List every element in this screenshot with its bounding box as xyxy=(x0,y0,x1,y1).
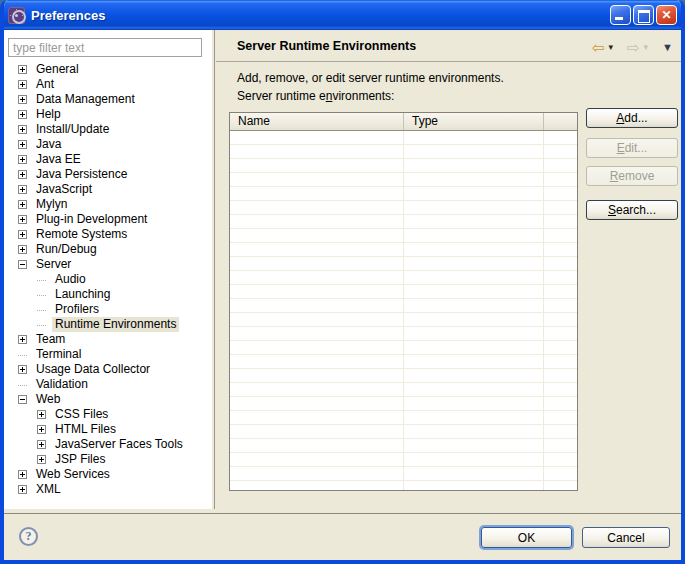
tree-item-label[interactable]: Server xyxy=(33,257,74,272)
tree-item-server[interactable]: Server xyxy=(4,257,212,272)
tree-item-label[interactable]: Launching xyxy=(52,287,113,302)
expand-icon[interactable] xyxy=(18,125,27,134)
runtime-environments-table[interactable]: Name Type xyxy=(229,112,578,491)
forward-icon[interactable]: ⇨ xyxy=(627,40,640,55)
expand-icon[interactable] xyxy=(18,200,27,209)
help-icon[interactable]: ? xyxy=(19,527,38,546)
tree-item-label[interactable]: Usage Data Collector xyxy=(33,362,153,377)
close-button[interactable]: ✕ xyxy=(656,5,677,25)
tree-item-label[interactable]: Validation xyxy=(33,377,91,392)
tree-item-css-files[interactable]: CSS Files xyxy=(4,407,212,422)
column-header-type[interactable]: Type xyxy=(404,113,544,130)
add-button[interactable]: Add... xyxy=(586,108,678,128)
expand-icon[interactable] xyxy=(18,155,27,164)
tree-item-validation[interactable]: Validation xyxy=(4,377,212,392)
expand-icon[interactable] xyxy=(18,470,27,479)
titlebar[interactable]: Preferences ✕ xyxy=(0,0,685,30)
tree-item-label[interactable]: Audio xyxy=(52,272,89,287)
tree-item-label[interactable]: Remote Systems xyxy=(33,227,130,242)
forward-dropdown-icon[interactable]: ▾ xyxy=(644,42,649,52)
edit-button[interactable]: Edit... xyxy=(586,138,678,158)
expand-icon[interactable] xyxy=(37,440,46,449)
tree-item-label[interactable]: Java EE xyxy=(33,152,84,167)
tree-item-plug-in-development[interactable]: Plug-in Development xyxy=(4,212,212,227)
tree-item-label[interactable]: JSP Files xyxy=(52,452,108,467)
back-dropdown-icon[interactable]: ▾ xyxy=(608,42,613,52)
tree-item-label[interactable]: Run/Debug xyxy=(33,242,100,257)
expand-icon[interactable] xyxy=(18,80,27,89)
tree-item-label[interactable]: Mylyn xyxy=(33,197,70,212)
tree-item-label[interactable]: JavaServer Faces Tools xyxy=(52,437,186,452)
column-header-name[interactable]: Name xyxy=(230,113,404,130)
tree-item-html-files[interactable]: HTML Files xyxy=(4,422,212,437)
tree-item-javascript[interactable]: JavaScript xyxy=(4,182,212,197)
tree-item-label[interactable]: HTML Files xyxy=(52,422,119,437)
expand-icon[interactable] xyxy=(18,335,27,344)
preferences-tree[interactable]: GeneralAntData ManagementHelpInstall/Upd… xyxy=(4,62,212,509)
tree-item-java[interactable]: Java xyxy=(4,137,212,152)
ok-button[interactable]: OK xyxy=(481,527,572,548)
tree-item-java-ee[interactable]: Java EE xyxy=(4,152,212,167)
expand-icon[interactable] xyxy=(18,245,27,254)
tree-item-runtime-environments[interactable]: Runtime Environments xyxy=(4,317,212,332)
table-body[interactable] xyxy=(230,131,577,490)
tree-item-javaserver-faces-tools[interactable]: JavaServer Faces Tools xyxy=(4,437,212,452)
tree-item-label[interactable]: Terminal xyxy=(33,347,84,362)
tree-item-label[interactable]: Install/Update xyxy=(33,122,112,137)
tree-item-terminal[interactable]: Terminal xyxy=(4,347,212,362)
tree-item-label[interactable]: Web Services xyxy=(33,467,113,482)
tree-item-team[interactable]: Team xyxy=(4,332,212,347)
tree-item-run-debug[interactable]: Run/Debug xyxy=(4,242,212,257)
tree-item-label[interactable]: Data Management xyxy=(33,92,138,107)
panel-sash[interactable] xyxy=(212,30,215,509)
tree-item-label[interactable]: JavaScript xyxy=(33,182,95,197)
tree-item-label[interactable]: Web xyxy=(33,392,63,407)
cancel-button[interactable]: Cancel xyxy=(582,527,670,548)
tree-item-label[interactable]: Java xyxy=(33,137,64,152)
tree-item-label[interactable]: Help xyxy=(33,107,64,122)
filter-input[interactable] xyxy=(8,38,202,57)
tree-item-ant[interactable]: Ant xyxy=(4,77,212,92)
expand-icon[interactable] xyxy=(37,410,46,419)
tree-item-remote-systems[interactable]: Remote Systems xyxy=(4,227,212,242)
collapse-icon[interactable] xyxy=(18,395,27,404)
tree-item-label[interactable]: Runtime Environments xyxy=(52,317,179,332)
expand-icon[interactable] xyxy=(18,95,27,104)
remove-button[interactable]: Remove xyxy=(586,166,678,186)
expand-icon[interactable] xyxy=(18,65,27,74)
expand-icon[interactable] xyxy=(18,215,27,224)
tree-item-label[interactable]: General xyxy=(33,62,82,77)
tree-item-java-persistence[interactable]: Java Persistence xyxy=(4,167,212,182)
tree-item-web-services[interactable]: Web Services xyxy=(4,467,212,482)
tree-item-mylyn[interactable]: Mylyn xyxy=(4,197,212,212)
tree-item-audio[interactable]: Audio xyxy=(4,272,212,287)
expand-icon[interactable] xyxy=(18,110,27,119)
tree-item-profilers[interactable]: Profilers xyxy=(4,302,212,317)
expand-icon[interactable] xyxy=(18,365,27,374)
tree-item-label[interactable]: Plug-in Development xyxy=(33,212,150,227)
tree-item-install-update[interactable]: Install/Update xyxy=(4,122,212,137)
expand-icon[interactable] xyxy=(18,170,27,179)
expand-icon[interactable] xyxy=(18,230,27,239)
collapse-icon[interactable] xyxy=(18,260,27,269)
expand-icon[interactable] xyxy=(18,140,27,149)
search-button[interactable]: Search... xyxy=(586,200,678,220)
expand-icon[interactable] xyxy=(18,185,27,194)
tree-item-label[interactable]: Java Persistence xyxy=(33,167,130,182)
tree-item-jsp-files[interactable]: JSP Files xyxy=(4,452,212,467)
tree-item-label[interactable]: CSS Files xyxy=(52,407,111,422)
tree-item-web[interactable]: Web xyxy=(4,392,212,407)
minimize-button[interactable] xyxy=(610,5,631,25)
tree-item-usage-data-collector[interactable]: Usage Data Collector xyxy=(4,362,212,377)
view-menu-icon[interactable]: ▼ xyxy=(662,41,673,53)
tree-item-launching[interactable]: Launching xyxy=(4,287,212,302)
back-icon[interactable]: ⇦ xyxy=(592,40,605,55)
tree-item-label[interactable]: Team xyxy=(33,332,68,347)
maximize-button[interactable] xyxy=(633,5,654,25)
expand-icon[interactable] xyxy=(37,455,46,464)
tree-item-label[interactable]: XML xyxy=(33,482,64,497)
tree-item-xml[interactable]: XML xyxy=(4,482,212,497)
tree-item-label[interactable]: Ant xyxy=(33,77,57,92)
expand-icon[interactable] xyxy=(18,485,27,494)
tree-item-label[interactable]: Profilers xyxy=(52,302,102,317)
